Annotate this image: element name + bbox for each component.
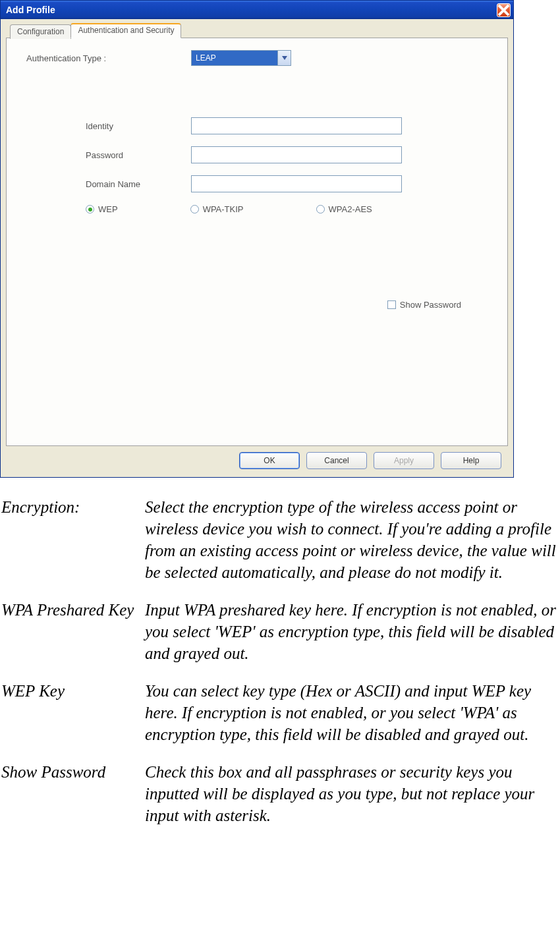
domain-name-field[interactable]: [191, 175, 402, 192]
desc-def: Input WPA preshared key here. If encrypt…: [145, 599, 559, 664]
cancel-button[interactable]: Cancel: [306, 452, 367, 469]
radio-tkip-label: WPA-TKIP: [203, 204, 244, 214]
radio-wep[interactable]: WEP: [86, 204, 118, 214]
auth-type-value: LEAP: [192, 51, 277, 65]
radio-icon: [86, 205, 94, 213]
desc-def: You can select key type (Hex or ASCII) a…: [145, 680, 559, 745]
identity-label: Identity: [20, 121, 191, 131]
password-label: Password: [20, 150, 191, 160]
desc-term: Encryption:: [1, 496, 145, 583]
svg-marker-2: [282, 56, 287, 60]
desc-term: WEP Key: [1, 680, 145, 745]
titlebar: Add Profile: [1, 1, 513, 19]
auth-type-select[interactable]: LEAP: [191, 50, 291, 66]
desc-def: Select the encryption type of the wirele…: [145, 496, 559, 583]
desc-def: Check this box and all passphrases or se…: [145, 761, 559, 826]
apply-button: Apply: [374, 452, 434, 469]
password-field[interactable]: [191, 146, 402, 163]
window-title: Add Profile: [6, 5, 55, 15]
radio-wpa-tkip[interactable]: WPA-TKIP: [190, 204, 244, 214]
show-password-row: Show Password: [20, 300, 494, 310]
radio-icon: [316, 205, 325, 213]
auth-type-label: Authentication Type :: [20, 53, 191, 63]
client-area: Configuration Authentication and Securit…: [1, 19, 513, 477]
description-block: Encryption: Select the encryption type o…: [0, 478, 560, 826]
desc-term: WPA Preshared Key: [1, 599, 145, 664]
dialog-add-profile: Add Profile Configuration Authentication…: [0, 0, 514, 478]
tabstrip: Configuration Authentication and Securit…: [10, 23, 508, 38]
encryption-radio-group: WEP WPA-TKIP WPA2-AES: [20, 204, 494, 214]
radio-icon: [190, 205, 199, 213]
domain-name-label: Domain Name: [20, 179, 191, 189]
show-password-label: Show Password: [400, 300, 461, 310]
help-button[interactable]: Help: [441, 452, 501, 469]
show-password-checkbox[interactable]: [387, 300, 396, 309]
identity-field[interactable]: [191, 117, 402, 134]
tab-panel-authsec: Authentication Type : LEAP Identity: [6, 38, 508, 446]
desc-term: Show Password: [1, 761, 145, 826]
tab-configuration[interactable]: Configuration: [10, 24, 71, 39]
radio-aes-label: WPA2-AES: [329, 204, 372, 214]
tab-authentication-security[interactable]: Authentication and Security: [70, 23, 181, 38]
close-icon[interactable]: [497, 3, 511, 17]
radio-wpa2-aes[interactable]: WPA2-AES: [316, 204, 372, 214]
button-bar: OK Cancel Apply Help: [6, 447, 508, 472]
chevron-down-icon[interactable]: [277, 51, 291, 65]
ok-button[interactable]: OK: [239, 452, 300, 469]
radio-wep-label: WEP: [98, 204, 118, 214]
